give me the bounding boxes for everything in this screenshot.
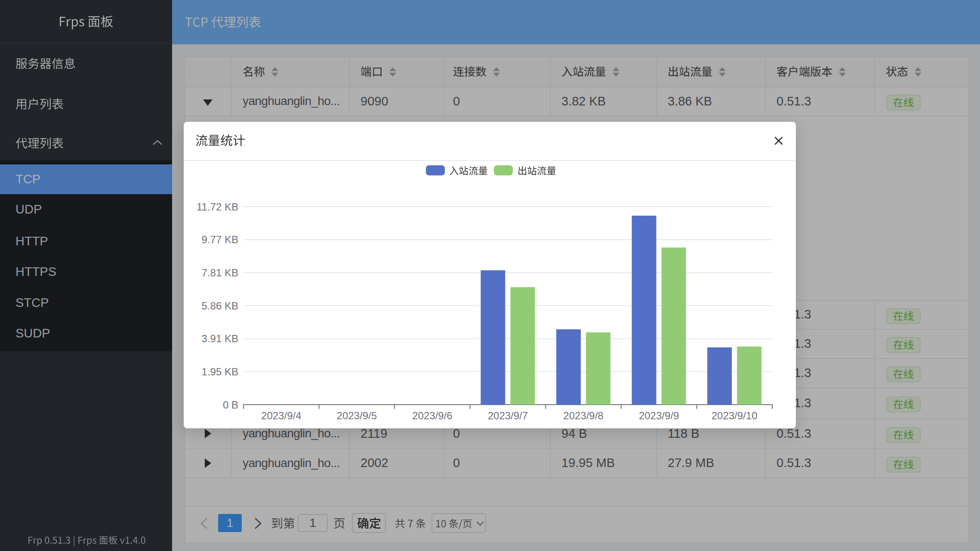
svg-text:2023/9/10: 2023/9/10 [712,410,758,421]
svg-text:1.95 KB: 1.95 KB [202,366,238,378]
svg-text:2023/9/7: 2023/9/7 [488,410,528,421]
svg-text:9.77 KB: 9.77 KB [202,234,238,245]
svg-text:2023/9/4: 2023/9/4 [261,410,301,421]
svg-text:5.86 KB: 5.86 KB [202,300,238,312]
svg-text:2023/9/9: 2023/9/9 [639,410,679,421]
svg-text:2023/9/6: 2023/9/6 [412,410,452,421]
svg-text:2023/9/5: 2023/9/5 [337,410,377,421]
svg-text:0 B: 0 B [223,399,238,411]
svg-text:3.91 KB: 3.91 KB [202,333,238,344]
svg-text:7.81 KB: 7.81 KB [202,267,238,279]
svg-text:2023/9/8: 2023/9/8 [563,410,603,421]
svg-text:11.72 KB: 11.72 KB [197,201,238,213]
